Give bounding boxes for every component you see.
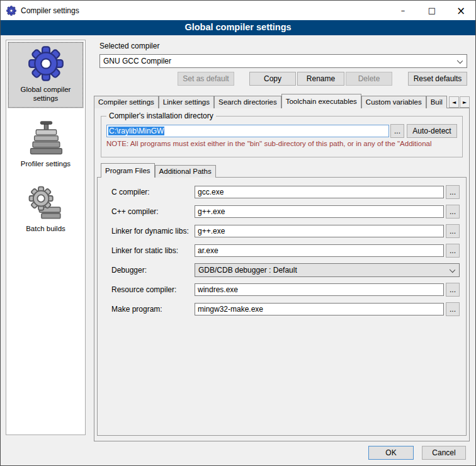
minimize-icon[interactable]: –: [388, 1, 417, 20]
static-linker-label: Linker for static libs:: [111, 246, 195, 255]
ok-button[interactable]: OK: [368, 446, 414, 460]
tab-build-options[interactable]: Buil: [426, 96, 447, 108]
window-title: Compiler settings: [21, 6, 79, 15]
make-program-label: Make program:: [111, 305, 195, 314]
set-as-default-button[interactable]: Set as default: [178, 72, 234, 86]
cpp-compiler-browse-button[interactable]: ...: [446, 205, 460, 219]
chevron-down-icon: [450, 267, 455, 273]
cpp-compiler-input[interactable]: [195, 205, 444, 218]
close-icon[interactable]: ×: [446, 1, 475, 20]
c-compiler-input[interactable]: [195, 186, 444, 198]
dynamic-linker-browse-button[interactable]: ...: [446, 224, 460, 238]
dynamic-linker-row: Linker for dynamic libs: ...: [111, 224, 460, 238]
make-program-browse-button[interactable]: ...: [446, 302, 460, 316]
tab-compiler-settings[interactable]: Compiler settings: [94, 96, 159, 108]
gear-icon: [28, 45, 64, 82]
debugger-label: Debugger:: [111, 266, 195, 275]
debugger-select-value: GDB/CDB debugger : Default: [198, 266, 297, 275]
cancel-button[interactable]: Cancel: [422, 446, 466, 460]
debugger-row: Debugger: GDB/CDB debugger : Default: [111, 263, 460, 277]
title-bar: Compiler settings – □ ×: [1, 1, 475, 20]
tab-linker-settings[interactable]: Linker settings: [159, 96, 214, 108]
auto-detect-button[interactable]: Auto-detect: [407, 124, 457, 138]
browse-directory-button[interactable]: ...: [390, 124, 404, 138]
delete-button[interactable]: Delete: [346, 72, 392, 86]
resource-compiler-row: Resource compiler: ...: [111, 283, 460, 297]
installation-note: NOTE: All programs must exist either in …: [106, 140, 457, 147]
installation-directory-input[interactable]: C:\raylib\MinGW: [106, 125, 389, 137]
rename-button[interactable]: Rename: [297, 72, 344, 86]
installation-directory-group-title: Compiler's installation directory: [106, 111, 216, 120]
sidebar-item-label: Global compiler settings: [9, 85, 82, 103]
make-program-row: Make program: ...: [111, 302, 460, 316]
installation-directory-group: Compiler's installation directory C:\ray…: [101, 116, 463, 157]
chevron-down-icon: [457, 58, 463, 64]
dialog-footer: OK Cancel: [368, 446, 466, 460]
subtab-program-files[interactable]: Program Files: [101, 163, 155, 178]
installation-directory-row: C:\raylib\MinGW ... Auto-detect: [106, 124, 457, 138]
sidebar-item-label: Batch builds: [26, 224, 65, 233]
installation-directory-value: C:\raylib\MinGW: [108, 127, 164, 135]
gear-stack-icon: [28, 186, 64, 221]
tab-search-directories[interactable]: Search directories: [214, 96, 281, 108]
compiler-settings-dialog: Compiler settings – □ × Global compiler …: [0, 0, 476, 466]
program-files-panel: C compiler: ... C++ compiler: ... Linker…: [97, 177, 467, 436]
resource-compiler-input[interactable]: [195, 283, 444, 296]
compiler-select-value: GNU GCC Compiler: [103, 57, 171, 65]
compiler-select[interactable]: GNU GCC Compiler: [99, 54, 467, 68]
tab-scroll-right-icon[interactable]: ►: [460, 96, 470, 108]
resource-compiler-label: Resource compiler:: [111, 285, 195, 294]
sidebar-item-label: Profiler settings: [21, 159, 71, 168]
reset-defaults-button[interactable]: Reset defaults: [408, 72, 467, 86]
window-controls: – □ ×: [388, 1, 475, 20]
settings-category-list: Global compiler settings Profiler settin…: [6, 40, 86, 435]
tab-toolchain-executables[interactable]: Toolchain executables: [281, 94, 361, 108]
c-compiler-label: C compiler:: [111, 188, 195, 196]
cpp-compiler-row: C++ compiler: ...: [111, 205, 460, 219]
make-program-input[interactable]: [195, 303, 444, 315]
dynamic-linker-label: Linker for dynamic libs:: [111, 227, 195, 236]
subtab-additional-paths[interactable]: Additional Paths: [155, 165, 216, 178]
copy-button[interactable]: Copy: [249, 72, 296, 86]
static-linker-row: Linker for static libs: ...: [111, 244, 460, 258]
sidebar-item-global-compiler-settings[interactable]: Global compiler settings: [8, 42, 84, 108]
compiler-action-buttons: Set as default Copy Rename Delete Reset …: [99, 72, 467, 86]
debugger-select[interactable]: GDB/CDB debugger : Default: [195, 263, 460, 277]
sidebar-item-profiler-settings[interactable]: Profiler settings: [8, 117, 84, 173]
static-linker-input[interactable]: [195, 244, 444, 257]
cpp-compiler-label: C++ compiler:: [111, 207, 195, 216]
settings-tab-strip: Compiler settings Linker settings Search…: [94, 94, 470, 108]
dynamic-linker-input[interactable]: [195, 225, 444, 237]
tab-scroll-buttons: ◄ ►: [449, 96, 470, 108]
toolchain-executables-panel: Compiler's installation directory C:\ray…: [94, 108, 470, 441]
resource-compiler-browse-button[interactable]: ...: [446, 283, 460, 297]
program-subtab-strip: Program Files Additional Paths: [101, 163, 216, 178]
tab-custom-variables[interactable]: Custom variables: [361, 96, 426, 108]
sidebar-item-batch-builds[interactable]: Batch builds: [8, 182, 84, 238]
static-linker-browse-button[interactable]: ...: [446, 244, 460, 258]
c-compiler-row: C compiler: ...: [111, 185, 460, 199]
app-gear-icon: [6, 6, 16, 16]
clamp-icon: [28, 121, 64, 156]
selected-compiler-label: Selected compiler: [99, 42, 159, 50]
c-compiler-browse-button[interactable]: ...: [446, 185, 460, 199]
tab-scroll-left-icon[interactable]: ◄: [449, 96, 459, 108]
banner-title: Global compiler settings: [1, 20, 475, 35]
maximize-icon[interactable]: □: [417, 1, 446, 20]
